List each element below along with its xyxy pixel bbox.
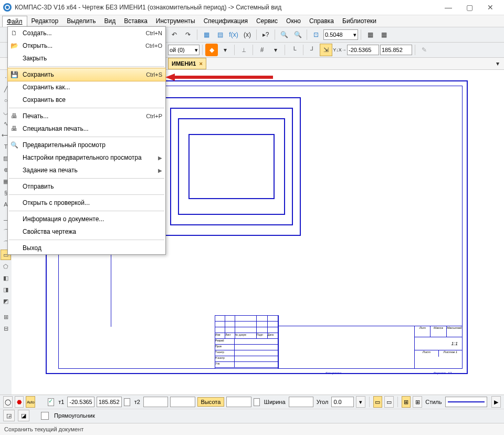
pb-m1-icon[interactable]: ▭ bbox=[373, 396, 383, 408]
menu-opencheck[interactable]: Открыть с проверкой... bbox=[8, 196, 165, 209]
tab-close-icon[interactable]: × bbox=[199, 60, 202, 67]
menu-saveas[interactable]: Сохранить как... bbox=[8, 81, 165, 94]
menu-docinfo[interactable]: Информация о документе... bbox=[8, 213, 165, 225]
pb-scroll-icon[interactable]: ▶ bbox=[491, 396, 501, 408]
pb-t2-check[interactable] bbox=[124, 398, 130, 406]
pb-x-field[interactable]: -20.5365 bbox=[67, 397, 94, 407]
pb-t1-check[interactable] bbox=[48, 398, 54, 406]
undo-icon[interactable]: ↶ bbox=[168, 28, 181, 41]
pb-y2-field[interactable] bbox=[170, 397, 195, 407]
view-a-icon[interactable]: ▦ bbox=[364, 28, 376, 41]
menu-edit[interactable]: Редактор bbox=[27, 16, 63, 26]
snap-icon[interactable]: ┘ bbox=[306, 44, 319, 56]
menu-save[interactable]: 💾 Сохранить Ctrl+S bbox=[7, 68, 166, 81]
dim-icon[interactable]: ⟂ bbox=[237, 44, 250, 56]
pb-t1-label: т1 bbox=[57, 399, 65, 405]
pb-auto-icon[interactable]: Auto bbox=[26, 396, 35, 408]
maximize-button[interactable]: ▢ bbox=[459, 1, 480, 14]
menu-service[interactable]: Сервис bbox=[252, 16, 282, 26]
lt-b3-icon[interactable]: ◩ bbox=[1, 296, 11, 306]
grid-dd-icon[interactable]: ▾ bbox=[269, 44, 282, 56]
menu-open[interactable]: 📂 Открыть... Ctrl+O bbox=[8, 39, 165, 52]
minimize-button[interactable]: — bbox=[438, 1, 459, 14]
menu-props[interactable]: Свойства чертежа bbox=[8, 225, 165, 238]
yx-icon[interactable]: Y↓X→ bbox=[333, 44, 346, 56]
menu-printjob[interactable]: Задание на печать ▶ bbox=[8, 164, 165, 177]
menu-select[interactable]: Выделить bbox=[62, 16, 100, 26]
lt-c1-icon[interactable]: ⊞ bbox=[1, 312, 11, 322]
pb-btn1-icon[interactable]: ◯ bbox=[3, 396, 13, 408]
menu-bar: Файл Редактор Выделить Вид Вставка Инстр… bbox=[0, 15, 504, 27]
tab-dropdown-icon[interactable]: ▾ bbox=[491, 57, 504, 70]
svg-marker-0 bbox=[165, 74, 273, 81]
menu-file[interactable]: Файл bbox=[2, 16, 27, 27]
pb-m4-icon[interactable]: ⊞ bbox=[413, 396, 422, 408]
menu-insert[interactable]: Вставка bbox=[120, 16, 152, 26]
menu-spec[interactable]: Спецификация bbox=[200, 16, 252, 26]
pb-stop-icon[interactable]: ⬣ bbox=[15, 396, 24, 408]
app-logo-icon bbox=[3, 3, 12, 12]
pb-angle-dd-icon[interactable]: ▾ bbox=[356, 396, 365, 408]
lt-poly-icon[interactable]: ⬠ bbox=[1, 261, 11, 272]
pb-style-label: Стиль bbox=[424, 399, 443, 405]
lt-c2-icon[interactable]: ⊟ bbox=[1, 323, 11, 334]
pb2-toolchk[interactable] bbox=[41, 412, 49, 420]
lt-b1-icon[interactable]: ◧ bbox=[1, 273, 11, 283]
menu-help[interactable]: Справка bbox=[305, 16, 338, 26]
fx-icon[interactable]: f(x) bbox=[227, 28, 240, 41]
pb-m3-icon[interactable]: ⊞ bbox=[402, 396, 411, 408]
sprint-icon: 🖶 bbox=[9, 123, 19, 134]
menu-view[interactable]: Вид bbox=[100, 16, 120, 26]
menu-create[interactable]: 🗋 Создать... Ctrl+N bbox=[8, 27, 165, 39]
pb-angle-field[interactable]: 0.0 bbox=[331, 397, 354, 407]
zoom-in-icon[interactable]: 🔍 bbox=[278, 28, 290, 41]
pb2-a-icon[interactable]: ◲ bbox=[3, 410, 15, 421]
title-bar: КОМПАС-3D V16 x64 - Чертеж БЕЗ ИМЕНИ1 (о… bbox=[0, 0, 504, 15]
grid-icon[interactable]: # bbox=[256, 44, 268, 56]
menu-preview[interactable]: 🔍 Предварительный просмотр bbox=[8, 139, 165, 151]
pb-height-label[interactable]: Высота bbox=[197, 397, 225, 407]
brush-icon[interactable]: ✎ bbox=[418, 44, 430, 56]
view-b-icon[interactable]: ▦ bbox=[377, 28, 390, 41]
menu-window[interactable]: Окно bbox=[282, 16, 305, 26]
menu-saveall[interactable]: Сохранить все bbox=[8, 94, 165, 106]
menu-close[interactable]: Закрыть bbox=[8, 52, 165, 65]
window-title: КОМПАС-3D V16 x64 - Чертеж БЕЗ ИМЕНИ1 (о… bbox=[15, 4, 438, 11]
zoom-fit-icon[interactable]: ⊡ bbox=[310, 28, 322, 41]
redo-icon[interactable]: ↷ bbox=[182, 28, 194, 41]
vars-icon[interactable]: (x) bbox=[241, 28, 254, 41]
pb-height-field[interactable] bbox=[226, 397, 251, 407]
pb-width-check[interactable] bbox=[254, 398, 260, 406]
lt-b2-icon[interactable]: ◨ bbox=[1, 284, 11, 295]
zoom-out-icon[interactable]: 🔍 bbox=[291, 28, 304, 41]
pb-style-select[interactable] bbox=[445, 397, 488, 407]
pb-angle-label: Угол bbox=[316, 399, 330, 405]
pb-width-field[interactable] bbox=[289, 397, 313, 407]
select-arrow-icon[interactable]: ▸? bbox=[259, 28, 272, 41]
pb-x2-field[interactable] bbox=[143, 397, 168, 407]
pb-m2-icon[interactable]: ▭ bbox=[384, 396, 394, 408]
pb-y-field[interactable]: 185.852 bbox=[97, 397, 122, 407]
close-button[interactable]: ✕ bbox=[480, 1, 501, 14]
document-tab[interactable]: ИМЕНИ1 × bbox=[168, 58, 206, 69]
snap2-icon[interactable]: ⇲ bbox=[320, 44, 332, 56]
color-icon[interactable]: ◆ bbox=[205, 44, 218, 56]
status-bar: Сохранить текущий документ bbox=[0, 423, 504, 435]
coord-y-field[interactable]: 185.852 bbox=[380, 45, 412, 55]
grid-btn-icon[interactable]: ▦ bbox=[200, 28, 213, 41]
zoom-select[interactable]: 0.5048▾ bbox=[323, 29, 358, 40]
pb2-b-icon[interactable]: ◪ bbox=[18, 410, 29, 421]
menu-send[interactable]: Отправить bbox=[8, 180, 165, 193]
coord-x-field[interactable]: -20.5365 bbox=[347, 45, 379, 55]
dropdown-icon[interactable]: ▾ bbox=[219, 44, 232, 56]
print-icon: 🖶 bbox=[9, 111, 19, 121]
layer-select[interactable]: ой (0)▾ bbox=[168, 45, 200, 55]
layers-icon[interactable]: ▤ bbox=[214, 28, 226, 41]
menu-libs[interactable]: Библиотеки bbox=[338, 16, 381, 26]
menu-exit[interactable]: Выход bbox=[8, 242, 165, 254]
menu-tools[interactable]: Инструменты bbox=[152, 16, 200, 26]
ortho-icon[interactable]: └ bbox=[288, 44, 300, 56]
menu-sprint[interactable]: 🖶 Специальная печать... bbox=[8, 122, 165, 135]
menu-print[interactable]: 🖶 Печать... Ctrl+P bbox=[8, 110, 165, 122]
menu-previewset[interactable]: Настройки предварительного просмотра ▶ bbox=[8, 151, 165, 164]
